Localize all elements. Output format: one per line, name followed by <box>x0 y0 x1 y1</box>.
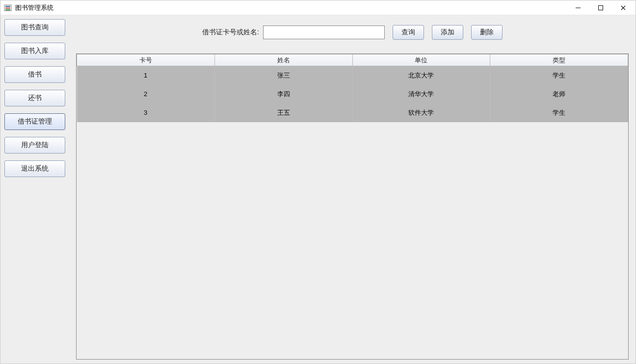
window-title: 图书管理系统 <box>15 3 567 12</box>
cell-type: 学生 <box>490 66 628 85</box>
search-input[interactable] <box>263 26 385 39</box>
table-header-row: 卡号 姓名 单位 类型 <box>77 54 628 66</box>
nav-book-stock[interactable]: 图书入库 <box>4 43 65 59</box>
cell-card: 3 <box>77 104 215 122</box>
nav-card-manage[interactable]: 借书证管理 <box>4 113 65 130</box>
cell-card: 2 <box>77 85 215 104</box>
cell-unit: 软件大学 <box>352 104 490 122</box>
table-row[interactable]: 3 王五 软件大学 学生 <box>77 104 628 122</box>
col-card[interactable]: 卡号 <box>77 54 215 66</box>
nav-book-query[interactable]: 图书查询 <box>4 19 65 36</box>
card-table: 卡号 姓名 单位 类型 1 张三 北京大学 学生 <box>77 54 628 122</box>
col-name[interactable]: 姓名 <box>214 54 352 66</box>
table-empty-area <box>77 122 628 360</box>
main-panel: 借书证卡号或姓名: 查询 添加 删除 卡号 姓名 单位 类型 <box>69 15 636 364</box>
nav-exit[interactable]: 退出系统 <box>4 160 65 177</box>
add-button[interactable]: 添加 <box>432 25 463 40</box>
table-row[interactable]: 1 张三 北京大学 学生 <box>77 66 628 85</box>
svg-rect-1 <box>5 6 10 7</box>
cell-type: 学生 <box>490 104 628 122</box>
cell-unit: 北京大学 <box>352 66 490 85</box>
titlebar[interactable]: 图书管理系统 <box>0 0 636 15</box>
cell-card: 1 <box>77 66 215 85</box>
cell-name: 李四 <box>214 85 352 104</box>
window-controls <box>567 0 635 15</box>
search-bar: 借书证卡号或姓名: 查询 添加 删除 <box>76 25 629 40</box>
cell-name: 王五 <box>214 104 352 122</box>
delete-button[interactable]: 删除 <box>471 25 503 40</box>
nav-return[interactable]: 还书 <box>4 90 65 106</box>
content-area: 图书查询 图书入库 借书 还书 借书证管理 用户登陆 退出系统 借书证卡号或姓名… <box>0 15 636 364</box>
svg-rect-2 <box>5 7 10 8</box>
col-unit[interactable]: 单位 <box>352 54 490 66</box>
maximize-button[interactable] <box>589 0 612 15</box>
minimize-button[interactable] <box>567 0 589 15</box>
nav-user-login[interactable]: 用户登陆 <box>4 137 65 154</box>
cell-name: 张三 <box>214 66 352 85</box>
nav-borrow[interactable]: 借书 <box>4 66 65 83</box>
search-label: 借书证卡号或姓名: <box>202 28 259 37</box>
cell-type: 老师 <box>490 85 628 104</box>
svg-rect-5 <box>599 5 603 10</box>
close-button[interactable] <box>612 0 635 15</box>
table-row[interactable]: 2 李四 清华大学 老师 <box>77 85 628 104</box>
sidebar: 图书查询 图书入库 借书 还书 借书证管理 用户登陆 退出系统 <box>0 15 69 364</box>
table-container[interactable]: 卡号 姓名 单位 类型 1 张三 北京大学 学生 <box>76 53 629 360</box>
app-window: 图书管理系统 图书查询 图书入库 借书 还书 借书证管理 用户登陆 退出系统 <box>0 0 636 364</box>
query-button[interactable]: 查询 <box>393 25 424 40</box>
app-icon <box>3 3 12 12</box>
cell-unit: 清华大学 <box>352 85 490 104</box>
col-type[interactable]: 类型 <box>490 54 628 66</box>
svg-rect-3 <box>5 9 10 10</box>
